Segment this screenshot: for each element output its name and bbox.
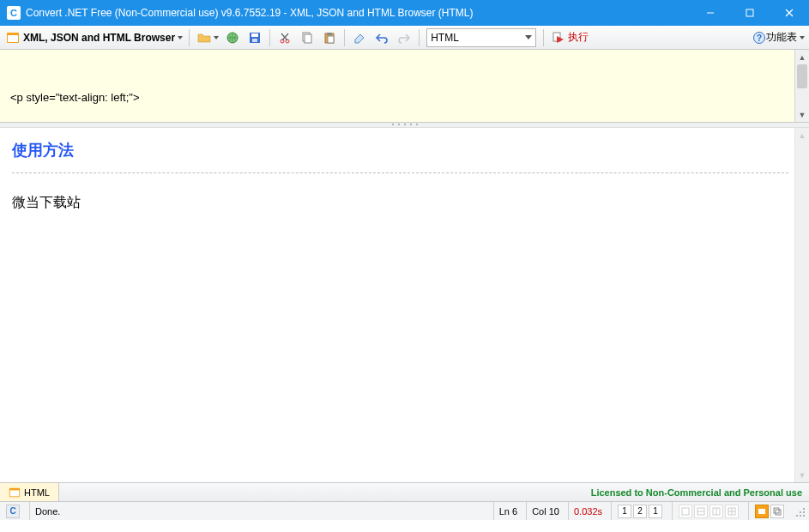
breadcrumb-label: XML, JSON and HTML Browser [23,32,175,44]
status-line: Ln 6 [493,502,522,520]
svg-rect-5 [8,35,18,42]
svg-rect-8 [251,33,258,37]
preview-heading: 使用方法 [12,140,788,160]
run-button[interactable]: 执行 [547,27,593,48]
copy-icon [300,31,314,45]
tab-label: HTML [24,487,50,498]
preview-pane: 使用方法 微当下载站 ▲ ▼ [0,128,809,482]
preview-scrollbar[interactable]: ▲ ▼ [794,128,809,482]
status-layout-icons [672,502,745,520]
status-done: Done. [29,502,65,520]
scroll-up-icon[interactable]: ▲ [795,50,810,64]
svg-point-37 [800,515,801,517]
status-toggles: 1 2 1 [611,502,668,520]
layout-icon[interactable] [694,505,708,518]
menu-label: 功能表 [766,30,797,45]
status-column: Col 10 [526,502,564,520]
globe-icon [226,31,239,45]
scroll-up-icon[interactable]: ▲ [795,128,810,142]
cut-button[interactable] [274,27,296,48]
svg-rect-22 [682,508,689,515]
status-bar: C Done. Ln 6 Col 10 0.032s 1 2 1 [0,501,809,520]
paste-icon [323,31,336,45]
license-text: Licensed to Non-Commercial and Personal … [584,483,809,501]
redo-button[interactable] [393,27,415,48]
toggle-3[interactable]: 1 [649,505,662,518]
code-line: <p style="text-align: left;"> [10,89,788,106]
scroll-down-icon[interactable]: ▼ [795,468,810,482]
browser-icon [6,31,20,45]
svg-point-36 [803,515,805,517]
close-button[interactable] [770,0,809,26]
divider [12,172,788,173]
preview-body: 微当下载站 [12,194,788,212]
svg-rect-21 [10,490,20,496]
status-right-icons [748,502,790,520]
clear-button[interactable] [348,27,371,48]
resize-grip[interactable] [794,505,806,517]
separator [269,29,270,46]
scroll-thumb[interactable] [797,64,807,88]
format-select-value: HTML [431,32,459,44]
svg-rect-32 [776,510,781,515]
separator [344,29,345,46]
save-icon [248,31,262,45]
minimize-button[interactable] [691,0,730,26]
separator [189,29,190,46]
toolbar: XML, JSON and HTML Browser [0,26,809,50]
svg-rect-9 [252,39,257,42]
save-button[interactable] [244,27,266,48]
maximize-button[interactable] [730,0,770,26]
tab-html[interactable]: HTML [0,483,59,501]
window-title: Convert .NET Free (Non-Commercial use) v… [26,7,691,19]
highlight-icon[interactable] [755,505,769,518]
help-icon: ? [752,31,766,45]
layout-icon[interactable] [709,505,723,518]
separator [543,29,544,46]
undo-icon [375,31,389,45]
svg-rect-13 [305,34,311,43]
status-elapsed: 0.032s [568,502,607,520]
layout-icon[interactable] [725,505,739,518]
title-bar: C Convert .NET Free (Non-Commercial use)… [0,0,809,26]
open-button[interactable] [193,27,221,48]
menu-button[interactable]: ? 功能表 [748,27,807,48]
format-select[interactable]: HTML [426,28,536,47]
copy-button[interactable] [296,27,318,48]
status-app-cell: C [3,502,26,520]
svg-text:?: ? [757,33,762,43]
web-button[interactable] [221,27,244,48]
source-scrollbar[interactable]: ▲ ▼ [794,50,809,122]
separator [419,29,420,46]
svg-point-34 [803,511,805,513]
svg-rect-31 [774,508,779,513]
scissors-icon [278,31,292,45]
app-status-icon: C [6,505,20,518]
eraser-icon [353,31,366,45]
source-code-editor[interactable]: <p style="text-align: left;"> <span styl… [0,50,809,123]
layout-icon[interactable] [679,505,692,518]
svg-point-33 [803,508,805,510]
redo-icon [397,31,411,45]
run-icon [552,31,565,45]
tab-strip: HTML Licensed to Non-Commercial and Pers… [0,482,809,501]
toggle-2[interactable]: 2 [633,505,647,518]
svg-rect-16 [328,36,334,43]
app-icon: C [7,6,21,20]
html-tab-icon [9,487,21,499]
svg-rect-30 [758,509,765,514]
undo-button[interactable] [371,27,393,48]
overlay-icon[interactable] [770,505,784,518]
svg-point-35 [800,511,801,513]
folder-open-icon [197,31,211,45]
paste-button[interactable] [318,27,341,48]
svg-point-38 [796,515,798,517]
browser-mode-dropdown[interactable]: XML, JSON and HTML Browser [2,27,185,48]
svg-rect-15 [327,33,332,35]
svg-rect-1 [746,9,753,16]
scroll-down-icon[interactable]: ▼ [795,107,810,122]
run-label: 执行 [568,30,589,45]
toggle-1[interactable]: 1 [618,505,631,518]
